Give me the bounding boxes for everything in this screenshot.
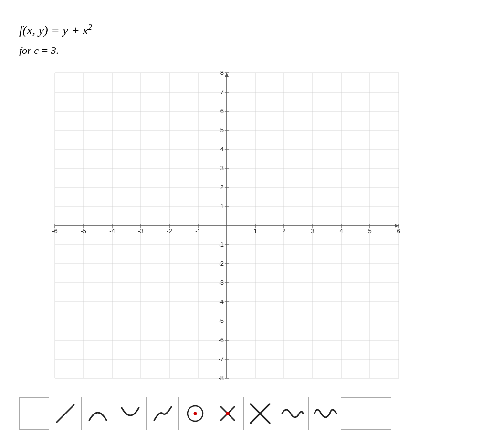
wave2-tool[interactable] [309,397,341,430]
curve-tool[interactable] [147,397,179,430]
clear-all-button[interactable] [20,398,37,429]
graph-container[interactable] [33,68,406,393]
graph-area [19,68,485,430]
svg-line-0 [57,405,74,422]
formula: f(x, y) = y + x2 [19,23,485,38]
line-tool[interactable] [49,397,82,430]
toolbar [19,397,391,430]
arc-down-tool[interactable] [114,397,147,430]
tool-icons [49,398,391,429]
svg-point-5 [226,412,230,415]
wave1-tool[interactable] [276,397,309,430]
x-tool[interactable] [211,397,244,430]
circle-tool[interactable] [179,397,211,430]
for-c: for c = 3. [19,44,485,57]
arc-up-tool[interactable] [82,397,114,430]
x-large-tool[interactable] [244,397,276,430]
draw-label [37,398,49,429]
svg-point-2 [193,412,197,415]
